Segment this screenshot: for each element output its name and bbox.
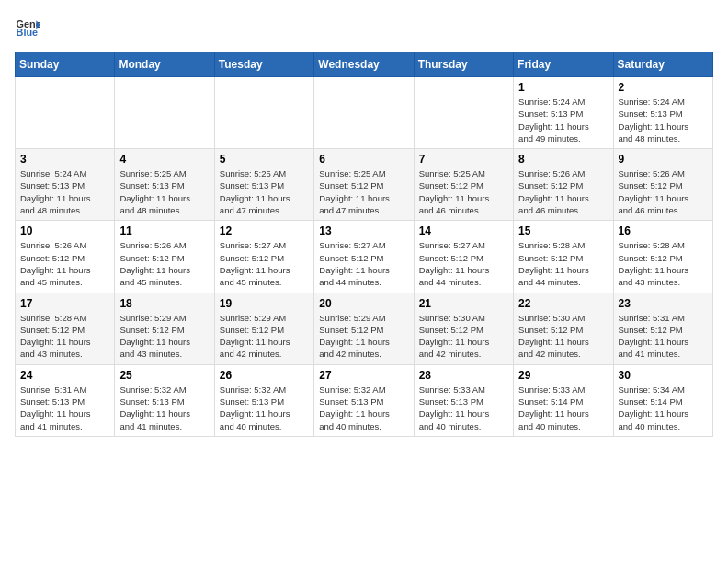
- calendar-week-row: 10Sunrise: 5:26 AMSunset: 5:12 PMDayligh…: [16, 221, 713, 293]
- day-number: 3: [20, 153, 109, 166]
- day-info: Sunrise: 5:31 AMSunset: 5:13 PMDaylight:…: [20, 384, 109, 432]
- calendar-cell: 22Sunrise: 5:30 AMSunset: 5:12 PMDayligh…: [514, 293, 613, 364]
- calendar-cell: 7Sunrise: 5:25 AMSunset: 5:12 PMDaylight…: [414, 149, 513, 221]
- day-info: Sunrise: 5:30 AMSunset: 5:12 PMDaylight:…: [518, 312, 608, 361]
- weekday-header-sunday: Sunday: [16, 52, 115, 77]
- calendar-cell: 24Sunrise: 5:31 AMSunset: 5:13 PMDayligh…: [16, 364, 115, 436]
- calendar-cell: 1Sunrise: 5:24 AMSunset: 5:13 PMDaylight…: [514, 77, 613, 149]
- day-number: 14: [419, 224, 508, 237]
- day-info: Sunrise: 5:24 AMSunset: 5:13 PMDaylight:…: [20, 167, 109, 216]
- day-info: Sunrise: 5:34 AMSunset: 5:14 PMDaylight:…: [619, 384, 708, 432]
- calendar-cell: 28Sunrise: 5:33 AMSunset: 5:13 PMDayligh…: [414, 364, 513, 436]
- calendar-cell: 20Sunrise: 5:29 AMSunset: 5:12 PMDayligh…: [314, 293, 414, 364]
- day-number: 18: [119, 297, 209, 310]
- day-number: 12: [220, 224, 309, 237]
- calendar-cell: 17Sunrise: 5:28 AMSunset: 5:12 PMDayligh…: [16, 293, 115, 364]
- day-info: Sunrise: 5:28 AMSunset: 5:12 PMDaylight:…: [20, 312, 109, 361]
- day-info: Sunrise: 5:29 AMSunset: 5:12 PMDaylight:…: [319, 312, 408, 361]
- calendar-cell: 25Sunrise: 5:32 AMSunset: 5:13 PMDayligh…: [115, 364, 214, 436]
- day-info: Sunrise: 5:26 AMSunset: 5:12 PMDaylight:…: [119, 239, 209, 288]
- calendar-cell: 6Sunrise: 5:25 AMSunset: 5:12 PMDaylight…: [314, 149, 414, 221]
- calendar-cell: 5Sunrise: 5:25 AMSunset: 5:13 PMDaylight…: [214, 149, 313, 221]
- day-number: 8: [518, 153, 608, 166]
- day-number: 13: [319, 224, 408, 237]
- day-number: 29: [518, 369, 608, 382]
- day-info: Sunrise: 5:29 AMSunset: 5:12 PMDaylight:…: [220, 312, 309, 361]
- calendar-week-row: 17Sunrise: 5:28 AMSunset: 5:12 PMDayligh…: [16, 293, 713, 364]
- day-number: 5: [220, 153, 309, 166]
- day-info: Sunrise: 5:26 AMSunset: 5:12 PMDaylight:…: [518, 167, 608, 216]
- day-number: 25: [119, 369, 209, 382]
- calendar-cell: 16Sunrise: 5:28 AMSunset: 5:12 PMDayligh…: [613, 221, 712, 293]
- day-number: 17: [20, 297, 109, 310]
- day-info: Sunrise: 5:32 AMSunset: 5:13 PMDaylight:…: [220, 384, 309, 432]
- day-info: Sunrise: 5:31 AMSunset: 5:12 PMDaylight:…: [619, 312, 708, 361]
- day-number: 20: [319, 297, 408, 310]
- day-info: Sunrise: 5:30 AMSunset: 5:12 PMDaylight:…: [419, 312, 508, 361]
- calendar-cell: 15Sunrise: 5:28 AMSunset: 5:12 PMDayligh…: [514, 221, 613, 293]
- calendar-cell: 21Sunrise: 5:30 AMSunset: 5:12 PMDayligh…: [414, 293, 513, 364]
- day-info: Sunrise: 5:27 AMSunset: 5:12 PMDaylight:…: [419, 239, 508, 288]
- day-number: 30: [619, 369, 708, 382]
- day-number: 19: [220, 297, 309, 310]
- calendar-cell: 4Sunrise: 5:25 AMSunset: 5:13 PMDaylight…: [115, 149, 214, 221]
- calendar-cell: 3Sunrise: 5:24 AMSunset: 5:13 PMDaylight…: [16, 149, 115, 221]
- day-info: Sunrise: 5:33 AMSunset: 5:13 PMDaylight:…: [419, 384, 508, 432]
- weekday-header-saturday: Saturday: [613, 52, 712, 77]
- calendar-cell: 27Sunrise: 5:32 AMSunset: 5:13 PMDayligh…: [314, 364, 414, 436]
- day-info: Sunrise: 5:25 AMSunset: 5:13 PMDaylight:…: [119, 167, 209, 216]
- day-info: Sunrise: 5:32 AMSunset: 5:13 PMDaylight:…: [319, 384, 408, 432]
- calendar-cell: [414, 77, 513, 149]
- calendar-cell: 19Sunrise: 5:29 AMSunset: 5:12 PMDayligh…: [214, 293, 313, 364]
- day-info: Sunrise: 5:24 AMSunset: 5:13 PMDaylight:…: [518, 96, 608, 144]
- day-number: 21: [419, 297, 508, 310]
- day-info: Sunrise: 5:24 AMSunset: 5:13 PMDaylight:…: [619, 96, 708, 144]
- calendar-cell: 13Sunrise: 5:27 AMSunset: 5:12 PMDayligh…: [314, 221, 414, 293]
- calendar-cell: 30Sunrise: 5:34 AMSunset: 5:14 PMDayligh…: [613, 364, 712, 436]
- page-header: General Blue: [15, 15, 713, 40]
- calendar-table: SundayMondayTuesdayWednesdayThursdayFrid…: [15, 52, 713, 437]
- day-info: Sunrise: 5:29 AMSunset: 5:12 PMDaylight:…: [119, 312, 209, 361]
- calendar-cell: [115, 77, 214, 149]
- day-number: 26: [220, 369, 309, 382]
- day-number: 6: [319, 153, 408, 166]
- weekday-header-row: SundayMondayTuesdayWednesdayThursdayFrid…: [16, 52, 713, 77]
- day-number: 16: [619, 224, 708, 237]
- day-info: Sunrise: 5:25 AMSunset: 5:12 PMDaylight:…: [319, 167, 408, 216]
- day-number: 27: [319, 369, 408, 382]
- day-number: 15: [518, 224, 608, 237]
- day-info: Sunrise: 5:26 AMSunset: 5:12 PMDaylight:…: [619, 167, 708, 216]
- day-number: 1: [518, 81, 608, 94]
- calendar-week-row: 3Sunrise: 5:24 AMSunset: 5:13 PMDaylight…: [16, 149, 713, 221]
- calendar-cell: 14Sunrise: 5:27 AMSunset: 5:12 PMDayligh…: [414, 221, 513, 293]
- day-info: Sunrise: 5:26 AMSunset: 5:12 PMDaylight:…: [20, 239, 109, 288]
- calendar-cell: [16, 77, 115, 149]
- day-info: Sunrise: 5:32 AMSunset: 5:13 PMDaylight:…: [119, 384, 209, 432]
- calendar-cell: 2Sunrise: 5:24 AMSunset: 5:13 PMDaylight…: [613, 77, 712, 149]
- day-number: 4: [119, 153, 209, 166]
- svg-text:Blue: Blue: [17, 27, 39, 38]
- day-info: Sunrise: 5:28 AMSunset: 5:12 PMDaylight:…: [518, 239, 608, 288]
- calendar-cell: 12Sunrise: 5:27 AMSunset: 5:12 PMDayligh…: [214, 221, 313, 293]
- weekday-header-wednesday: Wednesday: [314, 52, 414, 77]
- calendar-week-row: 24Sunrise: 5:31 AMSunset: 5:13 PMDayligh…: [16, 364, 713, 436]
- day-number: 28: [419, 369, 508, 382]
- day-info: Sunrise: 5:27 AMSunset: 5:12 PMDaylight:…: [220, 239, 309, 288]
- weekday-header-monday: Monday: [115, 52, 214, 77]
- day-number: 24: [20, 369, 109, 382]
- weekday-header-friday: Friday: [514, 52, 613, 77]
- weekday-header-thursday: Thursday: [414, 52, 513, 77]
- day-number: 11: [119, 224, 209, 237]
- logo: General Blue: [15, 15, 46, 40]
- calendar-cell: [214, 77, 313, 149]
- calendar-cell: 8Sunrise: 5:26 AMSunset: 5:12 PMDaylight…: [514, 149, 613, 221]
- day-info: Sunrise: 5:33 AMSunset: 5:14 PMDaylight:…: [518, 384, 608, 432]
- day-number: 10: [20, 224, 109, 237]
- calendar-cell: 9Sunrise: 5:26 AMSunset: 5:12 PMDaylight…: [613, 149, 712, 221]
- day-info: Sunrise: 5:25 AMSunset: 5:13 PMDaylight:…: [220, 167, 309, 216]
- calendar-cell: 29Sunrise: 5:33 AMSunset: 5:14 PMDayligh…: [514, 364, 613, 436]
- weekday-header-tuesday: Tuesday: [214, 52, 313, 77]
- calendar-cell: 18Sunrise: 5:29 AMSunset: 5:12 PMDayligh…: [115, 293, 214, 364]
- day-info: Sunrise: 5:25 AMSunset: 5:12 PMDaylight:…: [419, 167, 508, 216]
- day-info: Sunrise: 5:27 AMSunset: 5:12 PMDaylight:…: [319, 239, 408, 288]
